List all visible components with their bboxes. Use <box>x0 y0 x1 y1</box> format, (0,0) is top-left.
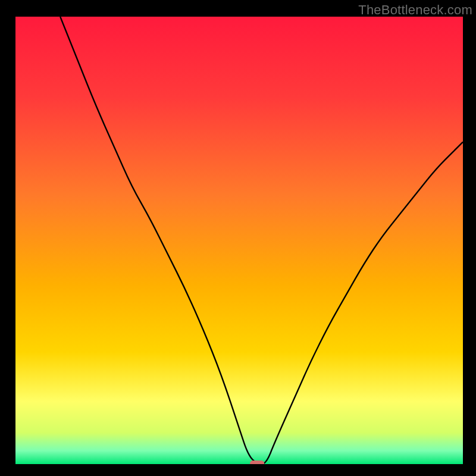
minimum-marker <box>250 461 264 464</box>
watermark-text: TheBottleneck.com <box>358 2 472 18</box>
gradient-background <box>15 17 463 464</box>
plot-area <box>15 17 463 464</box>
chart-svg <box>15 17 463 464</box>
chart-frame: TheBottleneck.com <box>0 0 476 476</box>
